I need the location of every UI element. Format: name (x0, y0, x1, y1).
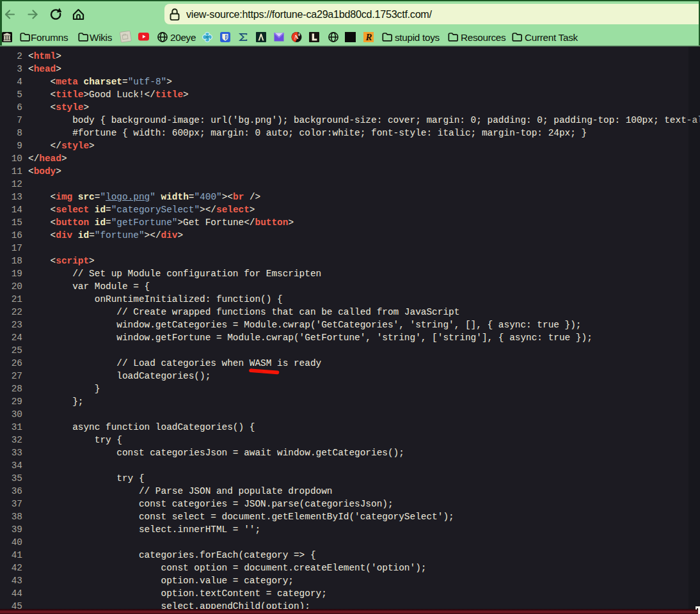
svg-text:R: R (365, 32, 372, 42)
